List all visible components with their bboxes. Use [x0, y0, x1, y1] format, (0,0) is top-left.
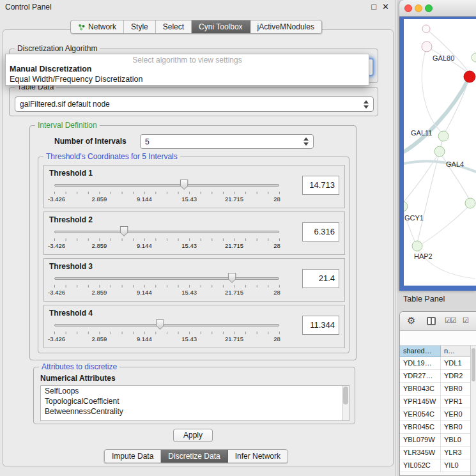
slider-scale: -3.426 2.859 9.144 15.43 21.715 28 [54, 289, 279, 296]
tab-infer-network[interactable]: Infer Network [228, 450, 288, 463]
dropdown-option-manual-discretization[interactable]: Manual Discretization [10, 65, 92, 73]
slider-track[interactable] [54, 277, 279, 280]
number-of-intervals-combobox[interactable]: 5 [140, 134, 314, 149]
select-columns-icon[interactable]: ☑☑ [445, 316, 456, 325]
slider-thumb[interactable] [120, 226, 128, 236]
threshold-2-value-field[interactable]: 6.316 [302, 222, 339, 242]
cyni-mode-tabs: Impute Data Discretize Data Infer Networ… [104, 449, 288, 463]
scale-label: 28 [273, 242, 280, 249]
slider-ticks [54, 238, 280, 241]
tab-label: Impute Data [112, 452, 153, 461]
columns-icon[interactable] [427, 317, 436, 325]
network-node[interactable] [412, 241, 422, 251]
table-row[interactable]: YLR345WYLR3 [400, 447, 476, 459]
network-node[interactable] [434, 146, 445, 157]
threshold-1-panel: Threshold 1 -3.426 2.859 9.144 15.43 21.… [43, 165, 345, 208]
scale-label: 15.43 [181, 335, 197, 342]
table-row[interactable]: YER054CYER0 [400, 408, 476, 421]
mac-minimize-button[interactable] [415, 4, 422, 12]
slider-thumb[interactable] [228, 273, 236, 283]
table-data-combobox[interactable]: galFiltered.sif default node [15, 96, 374, 112]
scale-label: 9.144 [137, 335, 152, 342]
tab-style[interactable]: Style [124, 20, 156, 33]
column-header-shared-name[interactable]: shared… [400, 346, 441, 357]
scale-label: 2.859 [92, 242, 107, 249]
control-panel-window: Control Panel □ ✕ Network Style Select C… [0, 0, 396, 476]
network-canvas[interactable]: GAL80 GAL11 GAL4 GCY1 HAP2 [404, 19, 476, 286]
scrollbar-thumb[interactable] [472, 348, 475, 381]
dropdown-option-equal-width[interactable]: Equal Width/Frequency Discretization [10, 75, 142, 84]
table-row[interactable]: YBR045CYBR0 [400, 421, 476, 434]
slider-track[interactable] [54, 231, 279, 233]
network-node[interactable] [438, 131, 449, 141]
threshold-3-panel: Threshold 3 -3.426 2.859 9.144 15.43 21.… [43, 258, 345, 302]
table-scrollbar[interactable] [470, 346, 476, 475]
tab-discretize-data[interactable]: Discretize Data [161, 450, 227, 463]
network-node[interactable] [422, 42, 432, 52]
scale-label: 21.715 [225, 335, 243, 342]
scale-label: 28 [273, 196, 280, 203]
table-row[interactable]: YPR145WYPR1 [400, 395, 476, 408]
list-item[interactable]: SelfLoops [41, 386, 349, 396]
slider-thumb[interactable] [180, 180, 188, 190]
threshold-1-label: Threshold 1 [49, 169, 93, 178]
algorithm-group-title: Discretization Algorithm [15, 44, 100, 53]
threshold-3-value-field[interactable]: 21.4 [302, 269, 339, 288]
scale-label: 9.144 [137, 242, 152, 249]
threshold-2-slider[interactable] [54, 229, 279, 236]
tab-jactivemnodules[interactable]: jActiveMNodules [250, 20, 321, 33]
threshold-4-slider[interactable] [54, 323, 279, 329]
float-window-icon[interactable]: □ [371, 2, 376, 12]
close-icon[interactable]: ✕ [382, 2, 389, 12]
slider-thumb[interactable] [156, 319, 164, 330]
cell-shared-name: YBR045C [400, 421, 441, 434]
table-row[interactable]: YBR043CYBR0 [400, 383, 476, 395]
tab-network[interactable]: Network [71, 20, 124, 33]
threshold-1-slider[interactable] [54, 183, 279, 189]
apply-button[interactable]: Apply [173, 429, 213, 442]
table-row[interactable]: YBL079WYBL0 [400, 434, 476, 447]
cell-shared-name: YDR27… [400, 370, 441, 383]
scale-label: 15.43 [181, 196, 197, 203]
attributes-group: Attributes to discretize Numerical Attri… [33, 367, 355, 424]
list-item[interactable]: BetweennessCentrality [41, 406, 349, 417]
list-item[interactable]: TopologicalCoefficient [41, 396, 349, 406]
network-window-titlebar[interactable] [399, 0, 476, 17]
table-row[interactable]: YDR27…YDR2 [400, 370, 476, 383]
cell-shared-name: YIL052C [400, 459, 441, 472]
thresholds-group-title: Threshold's Coordinates for 5 Intervals [43, 152, 180, 161]
gear-icon[interactable]: ⚙ [407, 315, 415, 326]
tab-select[interactable]: Select [156, 20, 192, 33]
network-node-selected[interactable] [464, 71, 475, 82]
combo-stepper-icon [364, 100, 369, 109]
cell-name: YPR1 [441, 395, 473, 408]
list-scrollbar[interactable] [342, 386, 349, 420]
network-node[interactable] [465, 198, 475, 208]
scale-label: 21.715 [225, 196, 243, 203]
mac-close-button[interactable] [404, 4, 412, 12]
scrollbar-thumb[interactable] [343, 387, 348, 404]
tab-label: jActiveMNodules [257, 22, 314, 31]
tab-cyni-toolbox[interactable]: Cyni Toolbox [192, 20, 250, 33]
network-node[interactable] [404, 201, 408, 211]
cell-name: YDR2 [441, 370, 473, 383]
number-of-intervals-value: 5 [145, 137, 150, 146]
table-row[interactable]: YIL052CYIL0 [400, 459, 476, 472]
slider-track[interactable] [54, 184, 279, 187]
threshold-4-value-field[interactable]: 11.344 [302, 316, 339, 335]
cell-shared-name: YPR145W [400, 395, 441, 408]
threshold-3-slider[interactable] [54, 276, 279, 282]
cell-shared-name: YDL19… [400, 357, 441, 370]
scale-label: 9.144 [137, 196, 152, 203]
scale-label: 9.144 [137, 289, 152, 296]
scale-label: 2.859 [92, 289, 107, 296]
slider-track[interactable] [54, 324, 279, 326]
slider-scale: -3.426 2.859 9.144 15.43 21.715 28 [54, 335, 279, 343]
network-node[interactable] [422, 25, 430, 33]
tab-impute-data[interactable]: Impute Data [105, 450, 161, 463]
checkbox-icon[interactable]: ☑ [463, 316, 469, 325]
network-node[interactable] [472, 53, 476, 62]
threshold-1-value-field[interactable]: 14.713 [302, 176, 339, 195]
mac-zoom-button[interactable] [425, 4, 433, 12]
table-row[interactable]: YDL19…YDL1 [400, 357, 476, 370]
